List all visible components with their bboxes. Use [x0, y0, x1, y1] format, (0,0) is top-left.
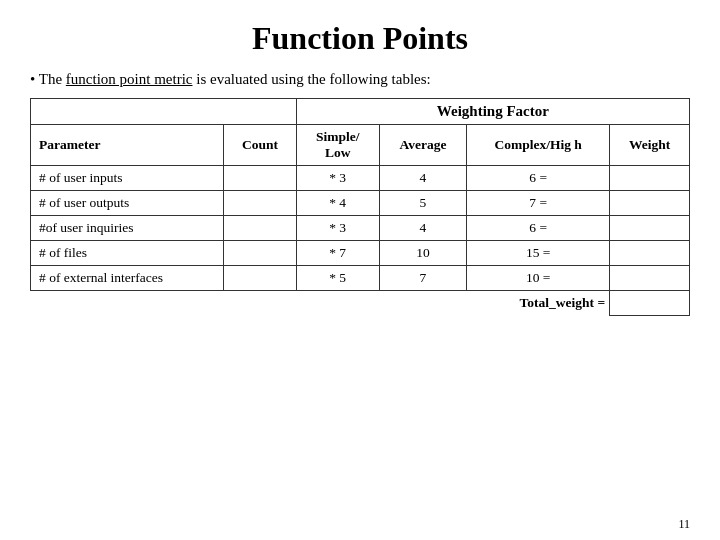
total-label: Total_weight =: [467, 291, 610, 316]
table-row: # of external interfaces * 5 7 10 =: [31, 266, 690, 291]
row-3-count: [224, 216, 297, 241]
table-row: # of files * 7 10 15 =: [31, 241, 690, 266]
row-2-count: [224, 191, 297, 216]
bullet-underline: function point metric: [66, 71, 193, 87]
table-row: #of user inquiries * 3 4 6 =: [31, 216, 690, 241]
table-header-row: Parameter Count Simple/Low Average Compl…: [31, 125, 690, 166]
col-header-parameter: Parameter: [31, 125, 224, 166]
bullet-prefix: The: [39, 71, 66, 87]
table-row: # of user inputs * 3 4 6 =: [31, 166, 690, 191]
row-4-count: [224, 241, 297, 266]
weighting-factor-header: Weighting Factor: [296, 99, 689, 125]
row-1-count: [224, 166, 297, 191]
row-3-weight: [610, 216, 690, 241]
row-5-simple: * 5: [296, 266, 379, 291]
row-5-parameter: # of external interfaces: [31, 266, 224, 291]
total-value: [610, 291, 690, 316]
row-5-weight: [610, 266, 690, 291]
page-title: Function Points: [30, 20, 690, 57]
table-row: # of user outputs * 4 5 7 =: [31, 191, 690, 216]
row-3-simple: * 3: [296, 216, 379, 241]
row-5-complex: 10 =: [467, 266, 610, 291]
row-1-complex: 6 =: [467, 166, 610, 191]
row-5-average: 7: [379, 266, 467, 291]
row-4-average: 10: [379, 241, 467, 266]
col-header-weight: Weight: [610, 125, 690, 166]
bullet-icon: •: [30, 71, 35, 87]
page-number: 11: [678, 517, 690, 532]
col-header-complex-high: Complex/Hig h: [467, 125, 610, 166]
row-2-simple: * 4: [296, 191, 379, 216]
col-header-average: Average: [379, 125, 467, 166]
col-header-count: Count: [224, 125, 297, 166]
row-2-weight: [610, 191, 690, 216]
row-4-complex: 15 =: [467, 241, 610, 266]
row-5-count: [224, 266, 297, 291]
function-points-table: Weighting Factor Parameter Count Simple/…: [30, 98, 690, 316]
bullet-paragraph: • The function point metric is evaluated…: [30, 69, 690, 90]
row-4-parameter: # of files: [31, 241, 224, 266]
row-2-average: 5: [379, 191, 467, 216]
row-3-average: 4: [379, 216, 467, 241]
row-4-simple: * 7: [296, 241, 379, 266]
row-4-weight: [610, 241, 690, 266]
row-3-parameter: #of user inquiries: [31, 216, 224, 241]
row-1-average: 4: [379, 166, 467, 191]
total-row: Total_weight =: [31, 291, 690, 316]
page: Function Points • The function point met…: [0, 0, 720, 540]
row-3-complex: 6 =: [467, 216, 610, 241]
row-1-simple: * 3: [296, 166, 379, 191]
row-2-complex: 7 =: [467, 191, 610, 216]
row-1-parameter: # of user inputs: [31, 166, 224, 191]
row-1-weight: [610, 166, 690, 191]
row-2-parameter: # of user outputs: [31, 191, 224, 216]
bullet-suffix: is evaluated using the following tables:: [192, 71, 430, 87]
col-header-simple-low: Simple/Low: [296, 125, 379, 166]
